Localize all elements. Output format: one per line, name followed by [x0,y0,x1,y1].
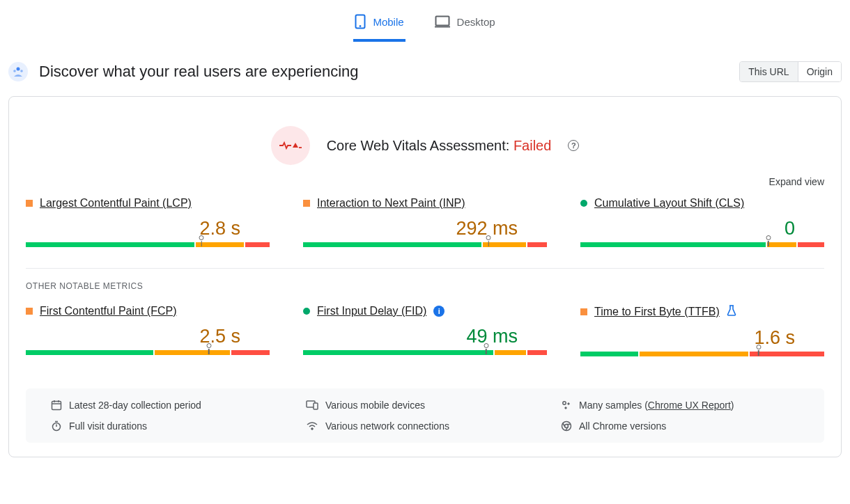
metric-inp-value: 292 ms [303,210,547,239]
metric-fid-bar [303,350,547,355]
expand-view-link[interactable]: Expand view [769,176,824,187]
metric-fid-value: 49 ms [303,317,547,347]
footer-durations-text: Full visit durations [69,420,147,432]
vitals-card: Core Web Vitals Assessment: Failed ? Exp… [8,96,842,457]
info-icon[interactable]: i [433,306,445,317]
core-metrics-grid: Largest Contentful Paint (LCP) 2.8 s Int… [26,197,824,261]
footer-chrome-text: All Chrome versions [579,420,666,432]
svg-point-21 [311,428,314,430]
devices-icon [306,400,318,410]
marker-icon [756,345,761,349]
footer-collection: Latest 28-day collection period [51,400,289,411]
status-square-icon [26,308,33,315]
mobile-icon [355,14,366,29]
marker-icon [486,235,491,240]
other-metrics-grid: First Contentful Paint (FCP) 2.5 s First… [26,305,824,370]
svg-point-17 [565,407,566,409]
footer-devices-text: Various mobile devices [325,400,425,411]
marker-icon [199,235,204,240]
svg-rect-14 [314,403,318,409]
metric-fcp: First Contentful Paint (FCP) 2.5 s [26,305,270,356]
metric-lcp-value: 2.8 s [26,210,270,239]
assessment-text: Core Web Vitals Assessment: Failed [327,138,552,154]
svg-point-4 [17,68,20,71]
metric-ttfb: Time to First Byte (TTFB) 1.6 s [580,305,824,356]
footer-devices: Various mobile devices [306,400,544,411]
page-title: Discover what your real users are experi… [39,63,359,81]
footer-samples: Many samples (Chrome UX Report) [561,400,799,411]
footer-samples-link[interactable]: Chrome UX Report [648,400,731,411]
metric-ttfb-name[interactable]: Time to First Byte (TTFB) [594,306,720,318]
metric-fid: First Input Delay (FID) i 49 ms [303,305,547,356]
footer-network: Various network connections [306,420,544,432]
metric-ttfb-bar [580,352,824,356]
metric-fcp-name[interactable]: First Contentful Paint (FCP) [40,305,177,317]
footer-samples-post: ) [731,400,734,411]
device-tabs: Mobile Desktop [6,0,844,42]
toggle-this-url[interactable]: This URL [740,62,797,81]
metric-inp: Interaction to Next Paint (INP) 292 ms [303,197,547,247]
metric-fcp-value: 2.5 s [26,317,270,347]
metric-lcp: Largest Contentful Paint (LCP) 2.8 s [26,197,270,247]
calendar-icon [51,400,62,411]
metric-fid-name[interactable]: First Input Delay (FID) [317,305,426,317]
svg-point-5 [13,70,16,72]
metric-cls-bar [580,242,824,247]
svg-point-16 [568,403,569,404]
toggle-origin[interactable]: Origin [798,62,841,81]
assessment-status: Failed [513,138,551,153]
footer-chrome: All Chrome versions [561,420,799,432]
samples-icon [561,400,572,411]
svg-rect-9 [52,402,61,410]
metric-lcp-bar [26,242,270,247]
wifi-icon [306,421,318,431]
metric-cls-name[interactable]: Cumulative Layout Shift (CLS) [594,197,744,210]
status-square-icon [303,200,310,207]
metric-ttfb-value: 1.6 s [580,319,824,349]
chrome-icon [561,420,572,432]
footer-network-text: Various network connections [325,420,449,432]
footer-info: Latest 28-day collection period Various … [26,388,824,443]
status-square-icon [26,200,33,207]
assessment-row: Core Web Vitals Assessment: Failed ? [26,113,824,172]
metric-cls-value: 0 [580,210,824,239]
divider [26,268,824,269]
metric-cls: Cumulative Layout Shift (CLS) 0 [580,197,824,247]
desktop-icon [435,15,450,28]
tab-desktop[interactable]: Desktop [433,8,497,42]
stopwatch-icon [51,420,62,432]
svg-point-6 [20,70,23,72]
tab-desktop-label: Desktop [457,16,495,28]
status-dot-icon [580,200,587,207]
marker-icon [206,343,211,348]
metric-fcp-bar [26,350,270,355]
status-square-icon [580,308,587,315]
metric-inp-name[interactable]: Interaction to Next Paint (INP) [317,197,465,210]
footer-collection-text: Latest 28-day collection period [69,400,201,411]
tab-mobile-label: Mobile [373,16,403,28]
footer-durations: Full visit durations [51,420,289,432]
marker-icon [766,235,771,240]
svg-rect-2 [435,17,449,26]
metric-lcp-name[interactable]: Largest Contentful Paint (LCP) [40,197,192,210]
tab-mobile[interactable]: Mobile [353,8,405,42]
other-metrics-label: OTHER NOTABLE METRICS [26,281,824,305]
marker-icon [484,343,488,348]
flask-icon[interactable] [727,305,736,319]
svg-point-15 [563,402,566,404]
assessment-prefix: Core Web Vitals Assessment: [327,138,513,153]
metric-inp-bar [303,242,547,247]
svg-point-1 [360,26,361,27]
page-header: Discover what your real users are experi… [6,42,844,90]
users-icon [8,62,28,81]
status-dot-icon [303,308,310,315]
help-icon[interactable]: ? [568,140,579,151]
scope-toggle: This URL Origin [739,61,842,82]
footer-samples-pre: Many samples ( [579,400,648,411]
failed-icon [271,126,310,165]
